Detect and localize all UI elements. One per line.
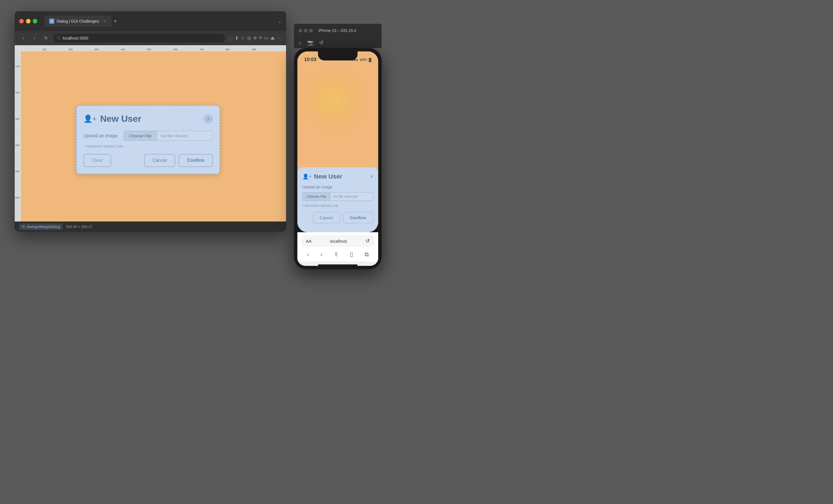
cast-icon[interactable]: ⏏ xyxy=(270,35,275,41)
status-grid-icon: ⊞ xyxy=(22,225,25,229)
iphone-url-text: localhost xyxy=(330,239,347,244)
iphone-screen: 10:03 ●●● WiFi ▓ 👤+ New User × xyxy=(298,51,378,232)
iphone-file-row: Choose File no file selected xyxy=(303,192,373,201)
iphone-dialog: 👤+ New User × Upload an image Choose Fil… xyxy=(298,167,378,232)
open-external-icon[interactable]: ⬚ xyxy=(229,35,233,41)
more-icon[interactable]: ⋯ xyxy=(277,35,282,41)
iphone-nav-tabs[interactable]: ⧉ xyxy=(365,251,368,258)
iphone-confirm-button[interactable]: Confirm xyxy=(343,212,373,223)
sim-photo-icon[interactable]: 📷 xyxy=(307,40,313,46)
tab-close-button[interactable]: × xyxy=(102,19,107,23)
iphone-dialog-title-group: 👤+ New User xyxy=(303,173,342,180)
iphone-cancel-button[interactable]: Cancel xyxy=(313,212,340,223)
iphone-close-button[interactable]: × xyxy=(370,174,373,180)
shield-icon[interactable]: ◎ xyxy=(247,35,251,41)
nav-refresh-button[interactable]: ↻ xyxy=(42,34,50,42)
ruler-mark-v200: 200 xyxy=(15,91,20,94)
ruler-mark-400: 400 xyxy=(121,48,125,51)
nav-forward-button[interactable]: › xyxy=(30,34,39,42)
share-icon[interactable]: ⬆ xyxy=(235,35,239,41)
address-bar[interactable]: ⓘ localhost:3000 xyxy=(53,34,225,43)
iphone-simulator: iPhone 13 – iOS 15.4 ⌂ 📷 ↺ 10:03 ●●● WiF… xyxy=(294,24,382,269)
iphone-dialog-title: New User xyxy=(314,173,342,180)
button-group: Cancel Confirm xyxy=(144,154,213,167)
url-text: localhost:3000 xyxy=(63,36,88,41)
bookmark-icon[interactable]: ☆ xyxy=(241,35,245,41)
status-badge: ⊞ dialog#MegaDialog xyxy=(19,224,63,230)
ruler-mark-200: 200 xyxy=(68,48,73,51)
iphone-tl-3[interactable] xyxy=(309,29,313,32)
iphone-url-aa: AA xyxy=(306,239,311,244)
iphone-titlebar: iPhone 13 – iOS 15.4 xyxy=(294,24,382,37)
ruler-mark-700: 700 xyxy=(199,48,204,51)
iphone-nav-share[interactable]: ⇧ xyxy=(334,251,339,258)
confirm-button[interactable]: Confirm xyxy=(178,154,213,167)
tab-bar: D Dialog | GUI Challenges × + xyxy=(45,16,275,27)
iphone-time: 10:03 xyxy=(304,57,316,62)
reader-icon[interactable]: ≡ xyxy=(259,35,262,41)
iphone-tl-2[interactable] xyxy=(304,29,308,32)
traffic-light-green[interactable] xyxy=(33,19,37,23)
ruler-top: 100 200 300 400 500 600 700 800 900 xyxy=(21,45,286,51)
iphone-home-indicator xyxy=(318,264,358,266)
iphone-dialog-header: 👤+ New User × xyxy=(303,173,373,180)
iphone-nav-bookmarks[interactable]: ▯ xyxy=(350,251,353,258)
new-tab-button[interactable]: + xyxy=(114,18,117,25)
iphone-sim-toolbar: ⌂ 📷 ↺ xyxy=(294,37,382,48)
upload-hint: * Maximum upload 1mb xyxy=(85,144,213,148)
choose-file-button[interactable]: Choose File xyxy=(123,131,157,141)
browser-content: 100 200 300 400 500 600 700 800 900 100 … xyxy=(15,45,286,232)
traffic-light-yellow[interactable] xyxy=(26,19,30,23)
ruler-mark-v400: 400 xyxy=(15,144,20,147)
ruler-mark-v300: 300 xyxy=(15,118,20,120)
ruler-corner xyxy=(15,45,21,51)
browser-window: D Dialog | GUI Challenges × + ⌄ ‹ › ↻ ⓘ … xyxy=(15,11,286,232)
iphone-bottom-section: AA localhost ↺ ‹ › ⇧ ▯ ⧉ xyxy=(298,232,378,266)
ruler-mark-v500: 500 xyxy=(15,170,20,173)
browser-statusbar: ⊞ dialog#MegaDialog 520.29 × 263.17 xyxy=(15,222,286,232)
iphone-url-bar[interactable]: AA localhost ↺ xyxy=(301,235,374,247)
traffic-lights xyxy=(19,19,37,23)
cancel-button[interactable]: Cancel xyxy=(144,154,175,167)
iphone-notch xyxy=(318,51,358,60)
extensions-icon[interactable]: ❊ xyxy=(253,35,257,41)
sim-home-icon[interactable]: ⌂ xyxy=(299,40,302,46)
iphone-traffic-lights xyxy=(299,29,313,32)
nav-back-button[interactable]: ‹ xyxy=(19,34,27,42)
iphone-choose-file-button[interactable]: Choose File xyxy=(303,192,330,201)
clear-button[interactable]: Clear xyxy=(84,154,111,167)
iphone-nav-forward[interactable]: › xyxy=(320,251,322,258)
sim-rotate-icon[interactable]: ↺ xyxy=(319,40,324,46)
status-badge-text: dialog#MegaDialog xyxy=(27,225,60,229)
ruler-mark-900: 900 xyxy=(252,48,256,51)
dialog-title: New User xyxy=(100,114,141,124)
dialog-title-group: 👤+ New User xyxy=(84,114,141,124)
active-tab[interactable]: D Dialog | GUI Challenges × xyxy=(45,16,111,27)
iphone-upload-hint: * Maximum upload 1mb xyxy=(303,204,373,208)
ruler-mark-500: 500 xyxy=(147,48,151,51)
ruler-mark-300: 300 xyxy=(94,48,99,51)
toolbar-actions: ⬚ ⬆ ☆ ◎ ❊ ≡ ▭ ⏏ ⋯ xyxy=(229,35,282,41)
iphone-user-add-icon: 👤+ xyxy=(303,174,312,180)
ruler-mark-v100: 100 xyxy=(15,65,20,68)
ruler-mark-800: 800 xyxy=(225,48,230,51)
dialog-close-button[interactable]: × xyxy=(204,115,213,123)
tab-favicon: D xyxy=(49,19,54,24)
window-chevron[interactable]: ⌄ xyxy=(278,19,282,24)
iphone-nav-back[interactable]: ‹ xyxy=(307,251,309,258)
iphone-dialog-footer: Cancel Confirm xyxy=(303,212,373,223)
upload-row: Upload an image Choose File No file chos… xyxy=(84,131,213,141)
responsive-icon[interactable]: ▭ xyxy=(264,35,268,41)
address-lock-icon: ⓘ xyxy=(57,35,61,41)
iphone-tl-1[interactable] xyxy=(299,29,302,32)
iphone-no-file-text: no file selected xyxy=(330,192,373,201)
dialog-header: 👤+ New User × xyxy=(84,114,213,124)
iphone-refresh-button[interactable]: ↺ xyxy=(365,238,370,244)
tab-title: Dialog | GUI Challenges xyxy=(56,19,99,23)
iphone-url-section: AA localhost ↺ ‹ › ⇧ ▯ ⧉ xyxy=(298,232,378,261)
traffic-light-red[interactable] xyxy=(19,19,24,23)
iphone-window-title: iPhone 13 – iOS 15.4 xyxy=(318,28,356,33)
dialog-body: Upload an image Choose File No file chos… xyxy=(84,131,213,148)
iphone-bg-glow xyxy=(309,74,360,125)
iphone-device: 10:03 ●●● WiFi ▓ 👤+ New User × xyxy=(294,48,382,269)
